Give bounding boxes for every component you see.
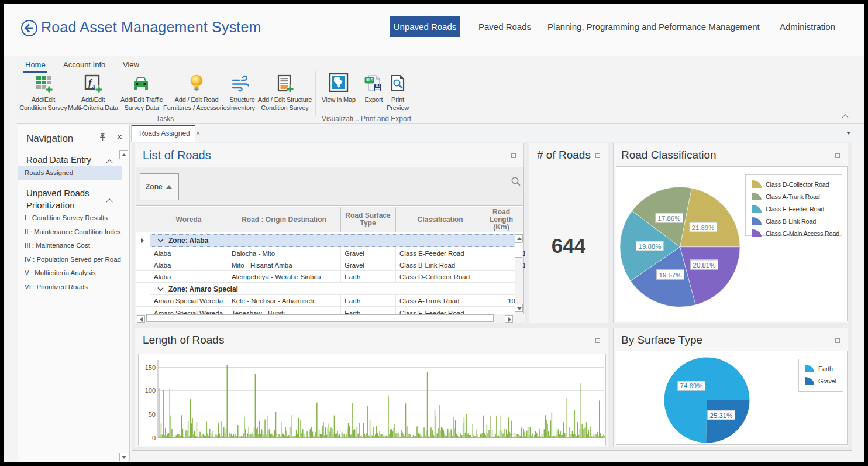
svg-text:0: 0 (152, 434, 156, 441)
svg-text:50: 50 (149, 411, 156, 418)
svg-text:150: 150 (145, 364, 156, 371)
svg-text:x: x (92, 82, 96, 89)
svg-text:XLS: XLS (366, 78, 373, 82)
svg-text:100: 100 (145, 387, 156, 394)
